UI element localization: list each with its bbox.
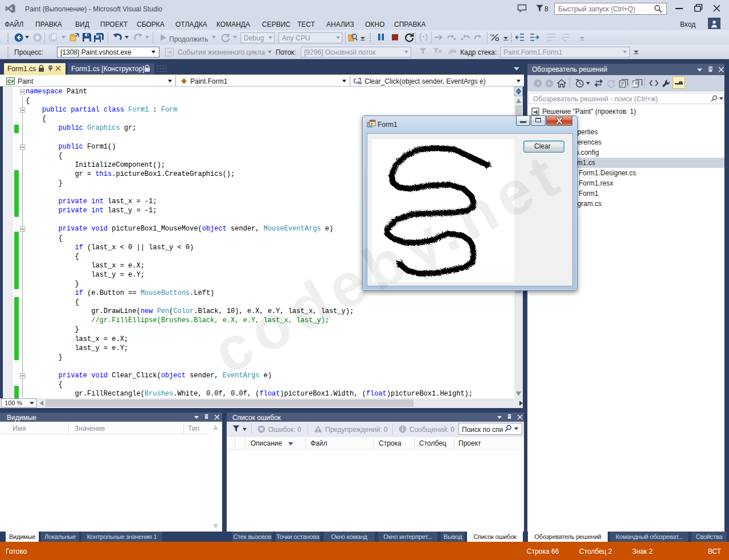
- svg-text:%: %: [490, 33, 494, 38]
- svg-text:2: 2: [561, 35, 564, 40]
- svg-text:C#: C#: [7, 79, 14, 84]
